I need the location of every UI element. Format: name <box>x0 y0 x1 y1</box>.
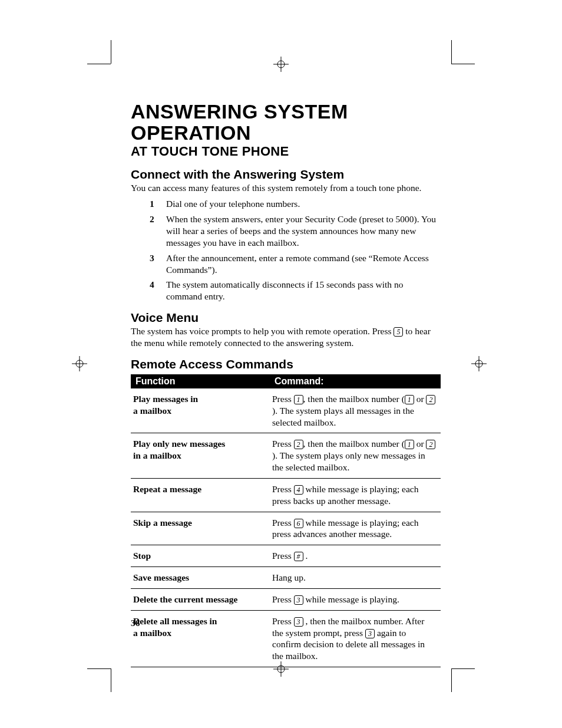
key-icon: # <box>294 552 303 561</box>
step-item: Dial one of your telephone numbers. <box>166 198 441 210</box>
table-row: Play only new messagesin a mailboxPress … <box>131 433 441 478</box>
key-icon: 1 <box>294 395 303 404</box>
voice-menu-paragraph: The system has voice prompts to help you… <box>131 325 441 349</box>
command-cell: Press 3 , then the mailbox number. After… <box>270 610 441 667</box>
function-cell: Delete all messages ina mailbox <box>131 610 270 667</box>
crop-mark-bottom-left <box>87 657 111 680</box>
step-item: After the announcement, enter a remote c… <box>166 252 441 276</box>
command-cell: Press 6 while message is playing; each p… <box>270 512 441 545</box>
registration-mark-icon <box>273 57 289 72</box>
table-row: Delete the current messagePress 3 while … <box>131 588 441 610</box>
content-area: ANSWERING SYSTEM OPERATION AT TOUCH TONE… <box>131 101 441 667</box>
commands-table: Function Command: Play messages ina mail… <box>131 374 441 667</box>
key-icon: 6 <box>294 519 303 528</box>
key-icon: 3 <box>365 629 375 638</box>
voice-menu-text-pre: The system has voice prompts to help you… <box>131 326 394 336</box>
page-title: ANSWERING SYSTEM OPERATION <box>131 101 441 143</box>
table-row: Play messages ina mailboxPress 1, then t… <box>131 388 441 433</box>
section-heading-remote-commands: Remote Access Commands <box>131 357 441 371</box>
key-icon: 2 <box>294 440 303 449</box>
function-cell: Delete the current message <box>131 588 270 610</box>
page-subtitle: AT TOUCH TONE PHONE <box>131 144 441 159</box>
registration-mark-icon <box>471 356 487 371</box>
step-item: When the system answers, enter your Secu… <box>166 213 441 248</box>
function-cell: Play messages ina mailbox <box>131 388 270 433</box>
key-icon: 3 <box>294 617 303 627</box>
command-cell: Press 1, then the mailbox number (1 or 2… <box>270 388 441 433</box>
intro-paragraph: You can access many features of this sys… <box>131 182 441 194</box>
registration-mark-icon <box>72 356 87 371</box>
crop-mark-top-left <box>87 52 111 75</box>
function-cell: Play only new messagesin a mailbox <box>131 433 270 478</box>
step-item: The system automatically disconnects if … <box>166 279 441 302</box>
command-cell: Press 3 while message is playing. <box>270 588 441 610</box>
section-heading-connect: Connect with the Answering System <box>131 167 441 181</box>
page-number: 36 <box>131 618 140 628</box>
table-row: Skip a messagePress 6 while message is p… <box>131 512 441 545</box>
key-icon: 2 <box>426 440 435 449</box>
command-cell: Press 4 while message is playing; each p… <box>270 478 441 512</box>
key-icon: 4 <box>294 485 303 495</box>
table-row: Delete all messages ina mailboxPress 3 ,… <box>131 610 441 667</box>
page: ANSWERING SYSTEM OPERATION AT TOUCH TONE… <box>0 0 562 728</box>
key-icon: 3 <box>294 595 303 605</box>
function-cell: Repeat a message <box>131 478 270 512</box>
command-cell: Hang up. <box>270 567 441 589</box>
table-row: Save messagesHang up. <box>131 567 441 589</box>
section-heading-voice-menu: Voice Menu <box>131 311 441 324</box>
command-cell: Press 2, then the mailbox number (1 or 2… <box>270 433 441 478</box>
key-icon: 1 <box>405 440 414 449</box>
function-cell: Stop <box>131 545 270 567</box>
table-row: Repeat a messagePress 4 while message is… <box>131 478 441 512</box>
table-header-function: Function <box>131 374 270 388</box>
key-icon: 1 <box>405 395 414 404</box>
crop-mark-bottom-right <box>451 657 475 680</box>
crop-mark-top-right <box>451 52 475 75</box>
table-header-command: Command: <box>270 374 441 388</box>
steps-list: Dial one of your telephone numbers. When… <box>131 198 441 302</box>
function-cell: Save messages <box>131 567 270 589</box>
table-header-row: Function Command: <box>131 374 441 388</box>
key-icon: 5 <box>394 327 403 337</box>
function-cell: Skip a message <box>131 512 270 545</box>
table-row: StopPress # . <box>131 545 441 567</box>
key-icon: 2 <box>426 395 435 404</box>
command-cell: Press # . <box>270 545 441 567</box>
